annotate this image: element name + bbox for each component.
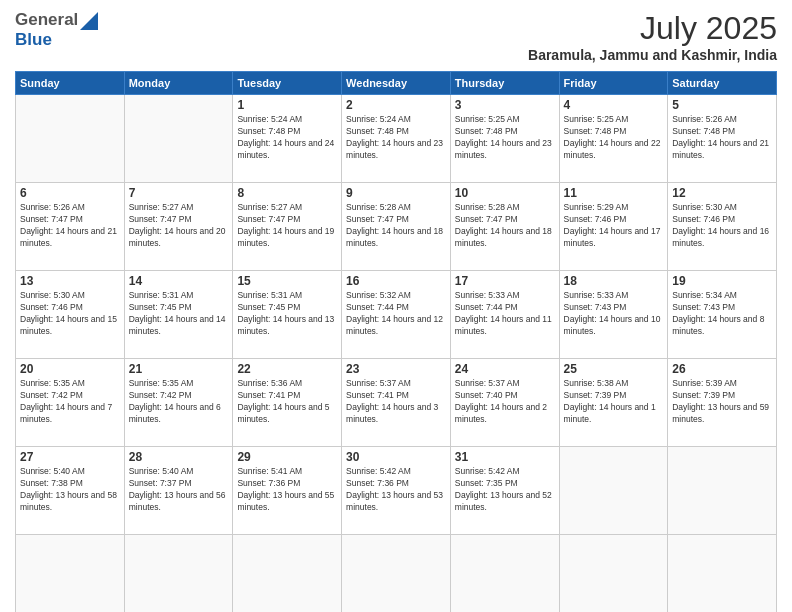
- day-info: Sunrise: 5:38 AM Sunset: 7:39 PM Dayligh…: [564, 378, 664, 426]
- day-number: 5: [672, 98, 772, 112]
- day-number: 23: [346, 362, 446, 376]
- day-info: Sunrise: 5:25 AM Sunset: 7:48 PM Dayligh…: [564, 114, 664, 162]
- table-cell: 23Sunrise: 5:37 AM Sunset: 7:41 PM Dayli…: [342, 359, 451, 447]
- table-cell: 28Sunrise: 5:40 AM Sunset: 7:37 PM Dayli…: [124, 447, 233, 535]
- day-number: 19: [672, 274, 772, 288]
- table-cell: 25Sunrise: 5:38 AM Sunset: 7:39 PM Dayli…: [559, 359, 668, 447]
- day-info: Sunrise: 5:31 AM Sunset: 7:45 PM Dayligh…: [129, 290, 229, 338]
- table-cell: 29Sunrise: 5:41 AM Sunset: 7:36 PM Dayli…: [233, 447, 342, 535]
- day-number: 9: [346, 186, 446, 200]
- table-cell: [16, 95, 125, 183]
- day-info: Sunrise: 5:42 AM Sunset: 7:36 PM Dayligh…: [346, 466, 446, 514]
- day-info: Sunrise: 5:33 AM Sunset: 7:44 PM Dayligh…: [455, 290, 555, 338]
- weekday-header-row: Sunday Monday Tuesday Wednesday Thursday…: [16, 72, 777, 95]
- day-info: Sunrise: 5:24 AM Sunset: 7:48 PM Dayligh…: [346, 114, 446, 162]
- day-info: Sunrise: 5:27 AM Sunset: 7:47 PM Dayligh…: [129, 202, 229, 250]
- day-info: Sunrise: 5:35 AM Sunset: 7:42 PM Dayligh…: [129, 378, 229, 426]
- table-cell: 8Sunrise: 5:27 AM Sunset: 7:47 PM Daylig…: [233, 183, 342, 271]
- table-cell: 14Sunrise: 5:31 AM Sunset: 7:45 PM Dayli…: [124, 271, 233, 359]
- day-number: 1: [237, 98, 337, 112]
- table-cell: 18Sunrise: 5:33 AM Sunset: 7:43 PM Dayli…: [559, 271, 668, 359]
- table-cell: 19Sunrise: 5:34 AM Sunset: 7:43 PM Dayli…: [668, 271, 777, 359]
- calendar-row: 27Sunrise: 5:40 AM Sunset: 7:38 PM Dayli…: [16, 447, 777, 535]
- day-number: 6: [20, 186, 120, 200]
- day-info: Sunrise: 5:34 AM Sunset: 7:43 PM Dayligh…: [672, 290, 772, 338]
- day-number: 18: [564, 274, 664, 288]
- day-number: 26: [672, 362, 772, 376]
- day-number: 7: [129, 186, 229, 200]
- table-cell: [124, 535, 233, 613]
- table-cell: [124, 95, 233, 183]
- day-info: Sunrise: 5:30 AM Sunset: 7:46 PM Dayligh…: [672, 202, 772, 250]
- table-cell: 17Sunrise: 5:33 AM Sunset: 7:44 PM Dayli…: [450, 271, 559, 359]
- table-cell: 6Sunrise: 5:26 AM Sunset: 7:47 PM Daylig…: [16, 183, 125, 271]
- calendar-table: Sunday Monday Tuesday Wednesday Thursday…: [15, 71, 777, 612]
- day-info: Sunrise: 5:39 AM Sunset: 7:39 PM Dayligh…: [672, 378, 772, 426]
- day-info: Sunrise: 5:32 AM Sunset: 7:44 PM Dayligh…: [346, 290, 446, 338]
- calendar-row: [16, 535, 777, 613]
- table-cell: [668, 447, 777, 535]
- table-cell: 3Sunrise: 5:25 AM Sunset: 7:48 PM Daylig…: [450, 95, 559, 183]
- month-title: July 2025: [528, 10, 777, 47]
- header-saturday: Saturday: [668, 72, 777, 95]
- table-cell: 4Sunrise: 5:25 AM Sunset: 7:48 PM Daylig…: [559, 95, 668, 183]
- day-number: 17: [455, 274, 555, 288]
- day-info: Sunrise: 5:27 AM Sunset: 7:47 PM Dayligh…: [237, 202, 337, 250]
- header-wednesday: Wednesday: [342, 72, 451, 95]
- day-number: 11: [564, 186, 664, 200]
- day-info: Sunrise: 5:35 AM Sunset: 7:42 PM Dayligh…: [20, 378, 120, 426]
- day-number: 24: [455, 362, 555, 376]
- day-info: Sunrise: 5:30 AM Sunset: 7:46 PM Dayligh…: [20, 290, 120, 338]
- title-area: July 2025 Baramula, Jammu and Kashmir, I…: [528, 10, 777, 63]
- day-number: 21: [129, 362, 229, 376]
- day-number: 16: [346, 274, 446, 288]
- logo-icon: [80, 12, 98, 30]
- day-info: Sunrise: 5:25 AM Sunset: 7:48 PM Dayligh…: [455, 114, 555, 162]
- calendar-row: 1Sunrise: 5:24 AM Sunset: 7:48 PM Daylig…: [16, 95, 777, 183]
- table-cell: 22Sunrise: 5:36 AM Sunset: 7:41 PM Dayli…: [233, 359, 342, 447]
- day-info: Sunrise: 5:37 AM Sunset: 7:41 PM Dayligh…: [346, 378, 446, 426]
- table-cell: 27Sunrise: 5:40 AM Sunset: 7:38 PM Dayli…: [16, 447, 125, 535]
- table-cell: 1Sunrise: 5:24 AM Sunset: 7:48 PM Daylig…: [233, 95, 342, 183]
- day-info: Sunrise: 5:40 AM Sunset: 7:37 PM Dayligh…: [129, 466, 229, 514]
- day-number: 10: [455, 186, 555, 200]
- table-cell: 31Sunrise: 5:42 AM Sunset: 7:35 PM Dayli…: [450, 447, 559, 535]
- logo-general: General: [15, 10, 78, 30]
- day-info: Sunrise: 5:28 AM Sunset: 7:47 PM Dayligh…: [346, 202, 446, 250]
- table-cell: [16, 535, 125, 613]
- day-number: 13: [20, 274, 120, 288]
- table-cell: [559, 447, 668, 535]
- table-cell: 24Sunrise: 5:37 AM Sunset: 7:40 PM Dayli…: [450, 359, 559, 447]
- day-info: Sunrise: 5:41 AM Sunset: 7:36 PM Dayligh…: [237, 466, 337, 514]
- table-cell: 9Sunrise: 5:28 AM Sunset: 7:47 PM Daylig…: [342, 183, 451, 271]
- table-cell: [450, 535, 559, 613]
- day-number: 12: [672, 186, 772, 200]
- day-info: Sunrise: 5:26 AM Sunset: 7:47 PM Dayligh…: [20, 202, 120, 250]
- day-number: 28: [129, 450, 229, 464]
- svg-marker-0: [80, 12, 98, 30]
- header-tuesday: Tuesday: [233, 72, 342, 95]
- calendar-row: 6Sunrise: 5:26 AM Sunset: 7:47 PM Daylig…: [16, 183, 777, 271]
- day-number: 2: [346, 98, 446, 112]
- day-number: 22: [237, 362, 337, 376]
- table-cell: [668, 535, 777, 613]
- table-cell: 26Sunrise: 5:39 AM Sunset: 7:39 PM Dayli…: [668, 359, 777, 447]
- day-info: Sunrise: 5:24 AM Sunset: 7:48 PM Dayligh…: [237, 114, 337, 162]
- header-friday: Friday: [559, 72, 668, 95]
- day-info: Sunrise: 5:40 AM Sunset: 7:38 PM Dayligh…: [20, 466, 120, 514]
- day-number: 20: [20, 362, 120, 376]
- table-cell: 20Sunrise: 5:35 AM Sunset: 7:42 PM Dayli…: [16, 359, 125, 447]
- header: General Blue July 2025 Baramula, Jammu a…: [15, 10, 777, 63]
- page: General Blue July 2025 Baramula, Jammu a…: [0, 0, 792, 612]
- day-number: 30: [346, 450, 446, 464]
- table-cell: [342, 535, 451, 613]
- calendar-row: 20Sunrise: 5:35 AM Sunset: 7:42 PM Dayli…: [16, 359, 777, 447]
- table-cell: 21Sunrise: 5:35 AM Sunset: 7:42 PM Dayli…: [124, 359, 233, 447]
- table-cell: 15Sunrise: 5:31 AM Sunset: 7:45 PM Dayli…: [233, 271, 342, 359]
- day-info: Sunrise: 5:42 AM Sunset: 7:35 PM Dayligh…: [455, 466, 555, 514]
- table-cell: 5Sunrise: 5:26 AM Sunset: 7:48 PM Daylig…: [668, 95, 777, 183]
- table-cell: 30Sunrise: 5:42 AM Sunset: 7:36 PM Dayli…: [342, 447, 451, 535]
- location: Baramula, Jammu and Kashmir, India: [528, 47, 777, 63]
- day-number: 15: [237, 274, 337, 288]
- day-number: 31: [455, 450, 555, 464]
